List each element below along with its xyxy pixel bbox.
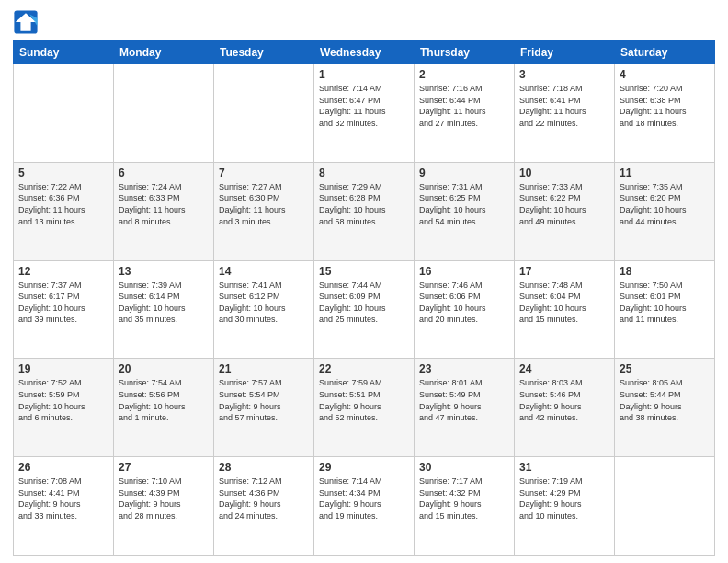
day-info: Sunrise: 7:20 AM Sunset: 6:38 PM Dayligh… <box>620 83 710 129</box>
day-number: 14 <box>219 265 309 278</box>
day-info: Sunrise: 7:57 AM Sunset: 5:54 PM Dayligh… <box>219 377 309 423</box>
calendar-cell: 19Sunrise: 7:52 AM Sunset: 5:59 PM Dayli… <box>14 359 114 457</box>
calendar-cell: 18Sunrise: 7:50 AM Sunset: 6:01 PM Dayli… <box>615 260 715 359</box>
calendar-cell: 25Sunrise: 8:05 AM Sunset: 5:44 PM Dayli… <box>615 359 715 457</box>
calendar-week-1: 5Sunrise: 7:22 AM Sunset: 6:36 PM Daylig… <box>14 162 715 260</box>
calendar-cell: 6Sunrise: 7:24 AM Sunset: 6:33 PM Daylig… <box>114 162 214 260</box>
day-number: 19 <box>18 362 108 375</box>
calendar-week-3: 19Sunrise: 7:52 AM Sunset: 5:59 PM Dayli… <box>14 359 715 457</box>
calendar-cell: 7Sunrise: 7:27 AM Sunset: 6:30 PM Daylig… <box>214 162 314 260</box>
calendar-week-4: 26Sunrise: 7:08 AM Sunset: 4:41 PM Dayli… <box>14 457 715 556</box>
day-info: Sunrise: 7:54 AM Sunset: 5:56 PM Dayligh… <box>119 377 209 423</box>
day-number: 2 <box>419 68 509 81</box>
day-number: 22 <box>319 362 409 375</box>
day-info: Sunrise: 8:05 AM Sunset: 5:44 PM Dayligh… <box>620 377 710 423</box>
day-number: 30 <box>419 461 509 474</box>
day-info: Sunrise: 7:29 AM Sunset: 6:28 PM Dayligh… <box>319 181 409 227</box>
logo-icon <box>13 9 39 35</box>
day-number: 15 <box>319 265 409 278</box>
calendar-table: SundayMondayTuesdayWednesdayThursdayFrid… <box>13 40 715 556</box>
day-number: 5 <box>18 167 108 179</box>
calendar-cell: 24Sunrise: 8:03 AM Sunset: 5:46 PM Dayli… <box>515 359 615 457</box>
calendar-cell: 17Sunrise: 7:48 AM Sunset: 6:04 PM Dayli… <box>515 260 615 359</box>
day-number: 17 <box>519 265 609 278</box>
day-number: 24 <box>519 362 609 375</box>
calendar-cell <box>114 64 214 163</box>
calendar-cell: 16Sunrise: 7:46 AM Sunset: 6:06 PM Dayli… <box>415 260 515 359</box>
calendar-cell: 22Sunrise: 7:59 AM Sunset: 5:51 PM Dayli… <box>314 359 415 457</box>
day-info: Sunrise: 7:18 AM Sunset: 6:41 PM Dayligh… <box>519 83 609 129</box>
calendar-header-tuesday: Tuesday <box>214 41 314 64</box>
calendar-header-wednesday: Wednesday <box>314 41 415 64</box>
calendar-cell: 2Sunrise: 7:16 AM Sunset: 6:44 PM Daylig… <box>415 64 515 163</box>
day-info: Sunrise: 7:08 AM Sunset: 4:41 PM Dayligh… <box>18 476 108 522</box>
calendar-cell: 13Sunrise: 7:39 AM Sunset: 6:14 PM Dayli… <box>114 260 214 359</box>
day-info: Sunrise: 7:50 AM Sunset: 6:01 PM Dayligh… <box>620 280 710 326</box>
calendar-cell: 29Sunrise: 7:14 AM Sunset: 4:34 PM Dayli… <box>314 457 415 556</box>
day-number: 16 <box>419 265 509 278</box>
day-number: 9 <box>419 167 509 179</box>
calendar-cell: 12Sunrise: 7:37 AM Sunset: 6:17 PM Dayli… <box>14 260 114 359</box>
calendar-cell: 4Sunrise: 7:20 AM Sunset: 6:38 PM Daylig… <box>615 64 715 163</box>
day-number: 13 <box>119 265 209 278</box>
day-info: Sunrise: 7:33 AM Sunset: 6:22 PM Dayligh… <box>519 181 609 227</box>
day-number: 8 <box>319 167 409 179</box>
day-number: 6 <box>119 167 209 179</box>
day-info: Sunrise: 7:48 AM Sunset: 6:04 PM Dayligh… <box>519 280 609 326</box>
day-info: Sunrise: 7:27 AM Sunset: 6:30 PM Dayligh… <box>219 181 309 227</box>
day-number: 10 <box>519 167 609 179</box>
calendar-header-thursday: Thursday <box>415 41 515 64</box>
day-number: 23 <box>419 362 509 375</box>
calendar-cell: 5Sunrise: 7:22 AM Sunset: 6:36 PM Daylig… <box>14 162 114 260</box>
day-info: Sunrise: 7:10 AM Sunset: 4:39 PM Dayligh… <box>119 476 209 522</box>
day-info: Sunrise: 7:59 AM Sunset: 5:51 PM Dayligh… <box>319 377 409 423</box>
day-number: 27 <box>119 461 209 474</box>
calendar-cell <box>14 64 114 163</box>
day-info: Sunrise: 7:37 AM Sunset: 6:17 PM Dayligh… <box>18 280 108 326</box>
day-number: 12 <box>18 265 108 278</box>
day-number: 26 <box>18 461 108 474</box>
day-number: 20 <box>119 362 209 375</box>
day-number: 3 <box>519 68 609 81</box>
calendar-cell: 21Sunrise: 7:57 AM Sunset: 5:54 PM Dayli… <box>214 359 314 457</box>
day-info: Sunrise: 8:03 AM Sunset: 5:46 PM Dayligh… <box>519 377 609 423</box>
calendar-week-2: 12Sunrise: 7:37 AM Sunset: 6:17 PM Dayli… <box>14 260 715 359</box>
calendar-header-sunday: Sunday <box>14 41 114 64</box>
page: SundayMondayTuesdayWednesdayThursdayFrid… <box>0 0 728 563</box>
day-info: Sunrise: 7:41 AM Sunset: 6:12 PM Dayligh… <box>219 280 309 326</box>
calendar-cell: 26Sunrise: 7:08 AM Sunset: 4:41 PM Dayli… <box>14 457 114 556</box>
calendar-cell: 23Sunrise: 8:01 AM Sunset: 5:49 PM Dayli… <box>415 359 515 457</box>
day-number: 28 <box>219 461 309 474</box>
day-info: Sunrise: 7:24 AM Sunset: 6:33 PM Dayligh… <box>119 181 209 227</box>
calendar-header-saturday: Saturday <box>615 41 715 64</box>
day-info: Sunrise: 7:16 AM Sunset: 6:44 PM Dayligh… <box>419 83 509 129</box>
day-number: 4 <box>620 68 710 81</box>
calendar-cell: 20Sunrise: 7:54 AM Sunset: 5:56 PM Dayli… <box>114 359 214 457</box>
day-number: 31 <box>519 461 609 474</box>
calendar-cell: 11Sunrise: 7:35 AM Sunset: 6:20 PM Dayli… <box>615 162 715 260</box>
calendar-cell: 9Sunrise: 7:31 AM Sunset: 6:25 PM Daylig… <box>415 162 515 260</box>
day-number: 18 <box>620 265 710 278</box>
calendar-cell <box>615 457 715 556</box>
day-number: 7 <box>219 167 309 179</box>
day-info: Sunrise: 7:31 AM Sunset: 6:25 PM Dayligh… <box>419 181 509 227</box>
calendar-cell: 30Sunrise: 7:17 AM Sunset: 4:32 PM Dayli… <box>415 457 515 556</box>
day-info: Sunrise: 7:14 AM Sunset: 4:34 PM Dayligh… <box>319 476 409 522</box>
logo <box>13 9 42 35</box>
day-info: Sunrise: 7:35 AM Sunset: 6:20 PM Dayligh… <box>620 181 710 227</box>
day-info: Sunrise: 7:19 AM Sunset: 4:29 PM Dayligh… <box>519 476 609 522</box>
day-info: Sunrise: 7:52 AM Sunset: 5:59 PM Dayligh… <box>18 377 108 423</box>
calendar-cell: 1Sunrise: 7:14 AM Sunset: 6:47 PM Daylig… <box>314 64 415 163</box>
day-info: Sunrise: 8:01 AM Sunset: 5:49 PM Dayligh… <box>419 377 509 423</box>
day-info: Sunrise: 7:12 AM Sunset: 4:36 PM Dayligh… <box>219 476 309 522</box>
calendar-header-row: SundayMondayTuesdayWednesdayThursdayFrid… <box>14 41 715 64</box>
day-info: Sunrise: 7:14 AM Sunset: 6:47 PM Dayligh… <box>319 83 409 129</box>
day-number: 11 <box>620 167 710 179</box>
calendar-cell: 31Sunrise: 7:19 AM Sunset: 4:29 PM Dayli… <box>515 457 615 556</box>
calendar-cell: 28Sunrise: 7:12 AM Sunset: 4:36 PM Dayli… <box>214 457 314 556</box>
calendar-cell: 15Sunrise: 7:44 AM Sunset: 6:09 PM Dayli… <box>314 260 415 359</box>
day-number: 21 <box>219 362 309 375</box>
day-info: Sunrise: 7:39 AM Sunset: 6:14 PM Dayligh… <box>119 280 209 326</box>
calendar-cell <box>214 64 314 163</box>
calendar-cell: 8Sunrise: 7:29 AM Sunset: 6:28 PM Daylig… <box>314 162 415 260</box>
